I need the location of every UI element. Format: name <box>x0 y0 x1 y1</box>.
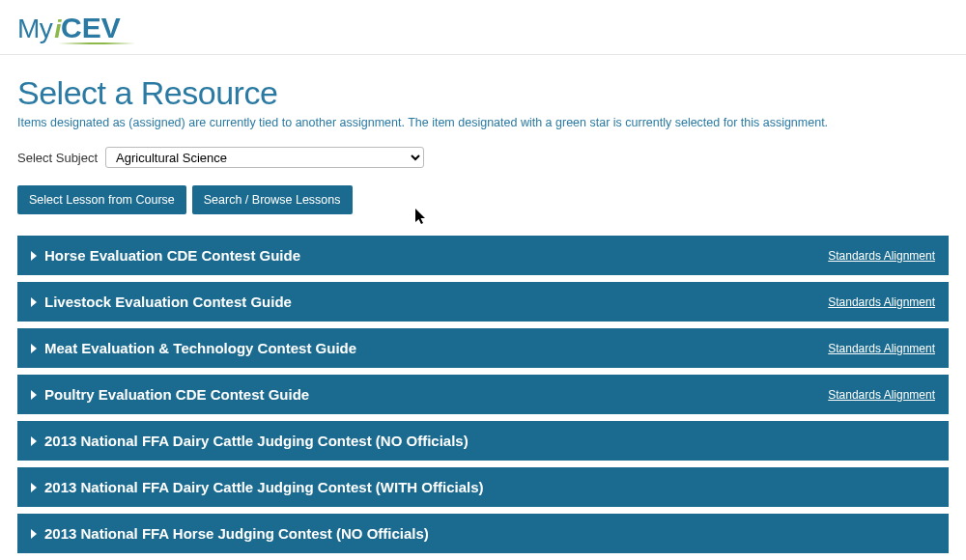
page-title: Select a Resource <box>17 74 949 112</box>
caret-right-icon <box>31 297 37 307</box>
resource-title: 2013 National FFA Dairy Cattle Judging C… <box>44 479 484 495</box>
logo-i: i <box>54 14 61 44</box>
search-browse-button[interactable]: Search / Browse Lessons <box>192 185 353 214</box>
standards-alignment-link[interactable]: Standards Alignment <box>828 388 935 402</box>
standards-alignment-link[interactable]: Standards Alignment <box>828 342 935 355</box>
resource-item[interactable]: 2013 National FFA Dairy Cattle Judging C… <box>17 467 949 507</box>
header: My i CEV <box>0 0 966 55</box>
resource-list: Horse Evaluation CDE Contest GuideStanda… <box>17 236 949 553</box>
logo[interactable]: My i CEV <box>17 12 121 44</box>
standards-alignment-link[interactable]: Standards Alignment <box>828 249 935 263</box>
resource-title: Horse Evaluation CDE Contest Guide <box>44 247 300 264</box>
caret-right-icon <box>31 436 37 446</box>
resource-left: Meat Evaluation & Technology Contest Gui… <box>31 340 356 356</box>
logo-cev: CEV <box>61 12 121 44</box>
caret-right-icon <box>31 529 37 539</box>
button-row: Select Lesson from Course Search / Brows… <box>17 185 949 214</box>
caret-right-icon <box>31 251 37 261</box>
resource-title: Livestock Evaluation Contest Guide <box>44 294 292 310</box>
page-subtitle: Items designated as (assigned) are curre… <box>17 116 949 129</box>
resource-item[interactable]: Poultry Evaluation CDE Contest GuideStan… <box>17 375 949 414</box>
resource-item[interactable]: Meat Evaluation & Technology Contest Gui… <box>17 328 949 368</box>
resource-item[interactable]: 2013 National FFA Dairy Cattle Judging C… <box>17 421 949 461</box>
resource-item[interactable]: Livestock Evaluation Contest GuideStanda… <box>17 282 949 322</box>
resource-left: Horse Evaluation CDE Contest Guide <box>31 247 300 264</box>
resource-item[interactable]: Horse Evaluation CDE Contest GuideStanda… <box>17 236 949 275</box>
resource-title: 2013 National FFA Dairy Cattle Judging C… <box>44 433 469 449</box>
caret-right-icon <box>31 483 37 492</box>
content: Select a Resource Items designated as (a… <box>0 55 966 553</box>
resource-left: 2013 National FFA Dairy Cattle Judging C… <box>31 433 469 449</box>
resource-title: Meat Evaluation & Technology Contest Gui… <box>44 340 356 356</box>
resource-left: Poultry Evaluation CDE Contest Guide <box>31 386 309 403</box>
caret-right-icon <box>31 344 37 353</box>
standards-alignment-link[interactable]: Standards Alignment <box>828 295 935 309</box>
select-lesson-button[interactable]: Select Lesson from Course <box>17 185 186 214</box>
resource-left: 2013 National FFA Dairy Cattle Judging C… <box>31 479 484 495</box>
resource-title: 2013 National FFA Horse Judging Contest … <box>44 525 429 542</box>
subject-select[interactable]: Agricultural Science <box>105 147 424 168</box>
resource-left: Livestock Evaluation Contest Guide <box>31 294 292 310</box>
resource-left: 2013 National FFA Horse Judging Contest … <box>31 525 429 542</box>
caret-right-icon <box>31 390 37 400</box>
logo-my: My <box>17 14 52 44</box>
subject-label: Select Subject <box>17 151 98 165</box>
subject-row: Select Subject Agricultural Science <box>17 147 949 168</box>
resource-title: Poultry Evaluation CDE Contest Guide <box>44 386 309 403</box>
resource-item[interactable]: 2013 National FFA Horse Judging Contest … <box>17 514 949 553</box>
